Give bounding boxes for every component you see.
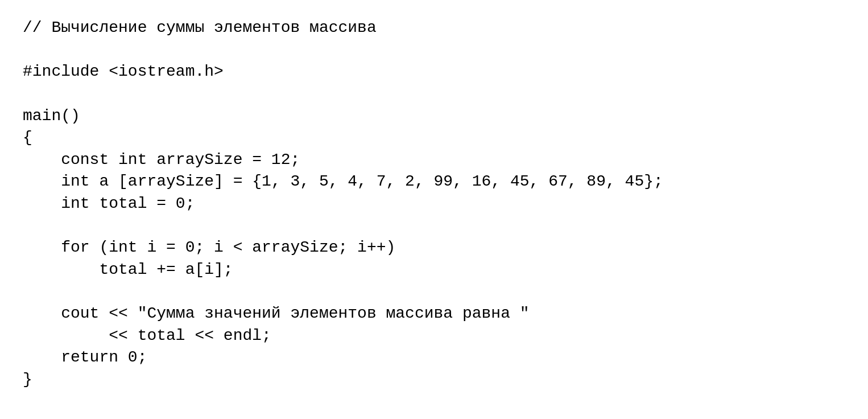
code-display: // Вычисление суммы элементов массива #i… bbox=[23, 17, 845, 391]
